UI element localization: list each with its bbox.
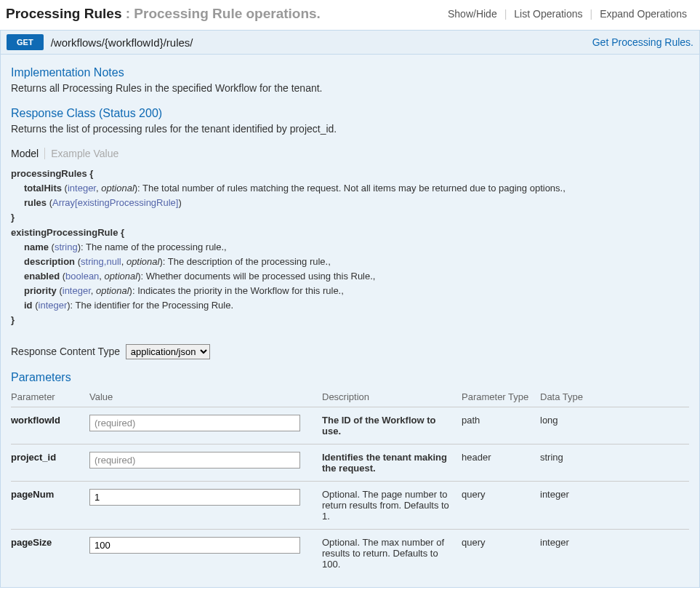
expand-operations-link[interactable]: Expand Operations: [592, 8, 694, 20]
table-row: pageNumOptional. The page number to retu…: [11, 481, 689, 529]
field-optional: optional: [96, 285, 129, 296]
implementation-notes-text: Returns all Processing Rules in the spec…: [11, 82, 689, 94]
operation-bar[interactable]: GET /workflows/{workflowId}/rules/ Get P…: [0, 30, 700, 55]
table-row: pageSizeOptional. The max number of resu…: [11, 529, 689, 577]
response-content-type-label: Response Content Type: [11, 346, 120, 357]
col-parameter-type: Parameter Type: [462, 387, 540, 407]
model-tabs: ModelExample Value: [11, 148, 689, 159]
response-class-text: Returns the list of processing rules for…: [11, 123, 689, 135]
field-optional: optional: [105, 271, 138, 282]
model-line: processingRules {: [11, 167, 689, 181]
param-description: Identifies the tenant making the request…: [322, 444, 462, 481]
resource-subtitle: : Processing Rule operations.: [121, 6, 320, 21]
field-type: integer: [68, 183, 96, 194]
tab-model[interactable]: Model: [11, 148, 44, 159]
param-value-cell: [89, 444, 322, 481]
param-type: path: [462, 407, 540, 444]
param-value-cell: [89, 407, 322, 444]
operation-path: /workflows/{workflowId}/rules/: [51, 36, 592, 49]
tab-example-value[interactable]: Example Value: [44, 148, 124, 159]
show-hide-link[interactable]: Show/Hide: [440, 8, 504, 20]
field-name: id: [24, 300, 33, 311]
param-description: Optional. The max number of results to r…: [322, 529, 462, 577]
param-name: pageNum: [11, 481, 89, 529]
field-type: string: [55, 242, 78, 252]
field-optional: optional: [126, 256, 160, 267]
field-desc: ): The description of the processing rul…: [159, 256, 330, 267]
response-content-type-select[interactable]: application/json: [126, 344, 210, 359]
param-type: query: [462, 529, 540, 577]
model-line: enabled (boolean, optional): Whether doc…: [11, 269, 689, 284]
parameters-header-row: Parameter Value Description Parameter Ty…: [11, 387, 689, 407]
param-name: pageSize: [11, 529, 89, 577]
resource-title: Processing Rules: [6, 6, 121, 21]
response-class-heading: Response Class (Status 200): [11, 107, 689, 120]
param-data-type: long: [540, 407, 689, 444]
col-parameter: Parameter: [11, 387, 89, 407]
field-type: boolean: [65, 271, 99, 282]
operation-summary: Get Processing Rules.: [592, 36, 693, 48]
list-operations-link[interactable]: List Operations: [507, 8, 590, 20]
field-desc: ): Whether documents will be processed u…: [137, 271, 375, 282]
response-content-type-row: Response Content Type application/json: [11, 344, 689, 359]
field-desc: ): Indicates the priority in the Workflo…: [129, 285, 344, 296]
param-description: Optional. The page number to return resu…: [322, 481, 462, 529]
col-data-type: Data Type: [540, 387, 689, 407]
field-desc: ): The name of the processing rule.,: [78, 242, 227, 252]
model-line: totalHits (integer, optional): The total…: [11, 181, 689, 196]
param-name: workflowId: [11, 407, 89, 444]
model-line: description (string,null, optional): The…: [11, 255, 689, 269]
resource-header: Processing Rules : Processing Rule opera…: [0, 0, 700, 30]
field-optional: optional: [101, 183, 134, 194]
operation-body: Implementation Notes Returns all Process…: [0, 55, 700, 588]
param-name: project_id: [11, 444, 89, 481]
model-line: }: [11, 313, 689, 327]
col-value: Value: [89, 387, 322, 407]
table-row: workflowIdThe ID of the Workflow to use.…: [11, 407, 689, 444]
model-line: rules (Array[existingProcessingRule]): [11, 196, 689, 210]
http-method-badge: GET: [7, 34, 44, 50]
param-value-cell: [89, 481, 322, 529]
resource-actions: Show/Hide|List Operations|Expand Operati…: [440, 8, 694, 20]
param-input-pageSize[interactable]: [89, 537, 300, 554]
model-line: existingProcessingRule {: [11, 226, 689, 240]
param-type: query: [462, 481, 540, 529]
model-line: priority (integer, optional): Indicates …: [11, 284, 689, 298]
param-input-project_id[interactable]: [89, 452, 300, 469]
col-description: Description: [322, 387, 462, 407]
param-type: header: [462, 444, 540, 481]
implementation-notes-heading: Implementation Notes: [11, 66, 689, 79]
param-description: The ID of the Workflow to use.: [322, 407, 462, 444]
field-name: totalHits: [24, 183, 62, 194]
param-data-type: string: [540, 444, 689, 481]
model-line: }: [11, 210, 689, 225]
field-type: integer: [39, 300, 68, 311]
field-name: rules: [24, 197, 47, 208]
field-type: Array[existingProcessingRule]: [52, 197, 178, 208]
param-data-type: integer: [540, 481, 689, 529]
resource-title-wrap: Processing Rules : Processing Rule opera…: [6, 6, 321, 22]
model-line: id (integer): The identifier for the Pro…: [11, 298, 689, 313]
field-desc: ): The identifier for the Processing Rul…: [67, 300, 233, 311]
param-data-type: integer: [540, 529, 689, 577]
param-input-workflowId[interactable]: [89, 415, 300, 431]
model-line: name (string): The name of the processin…: [11, 240, 689, 255]
parameters-table: Parameter Value Description Parameter Ty…: [11, 387, 689, 577]
param-input-pageNum[interactable]: [89, 489, 300, 506]
field-name: priority: [24, 285, 57, 296]
model-schema: processingRules { totalHits (integer, op…: [11, 167, 689, 328]
field-desc: ): The total number of rules matching th…: [134, 183, 566, 194]
field-name: name: [24, 242, 49, 252]
table-row: project_idIdentifies the tenant making t…: [11, 444, 689, 481]
parameters-heading: Parameters: [11, 371, 689, 384]
field-type: string,null: [81, 256, 121, 267]
param-value-cell: [89, 529, 322, 577]
field-name: description: [24, 256, 75, 267]
field-type: integer: [63, 285, 91, 296]
field-name: enabled: [24, 271, 60, 282]
